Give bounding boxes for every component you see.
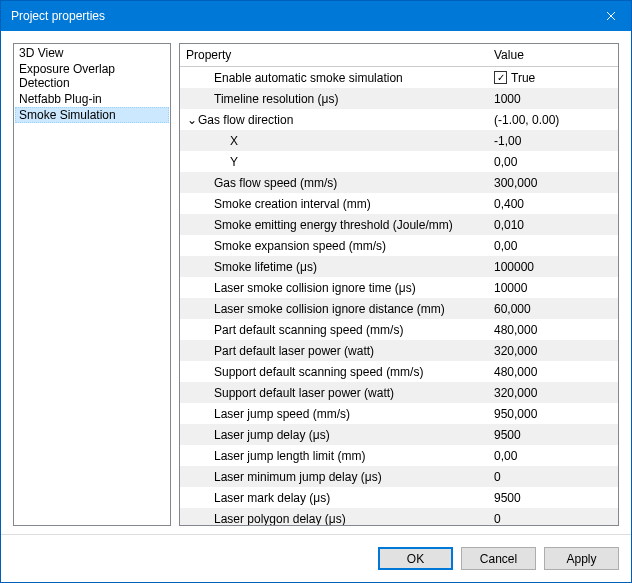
property-row[interactable]: ⌄Gas flow direction(-1.00, 0.00)	[180, 109, 618, 130]
value-cell[interactable]: 480,000	[488, 365, 618, 379]
value-text: 320,000	[494, 344, 537, 358]
property-cell: Laser jump speed (mm/s)	[180, 407, 488, 421]
property-row[interactable]: Y0,00	[180, 151, 618, 172]
sidebar-item[interactable]: Netfabb Plug-in	[15, 91, 169, 107]
property-row[interactable]: Laser jump speed (mm/s)950,000	[180, 403, 618, 424]
checkbox[interactable]: ✓	[494, 71, 507, 84]
property-label: Laser jump delay (μs)	[214, 428, 330, 442]
value-cell[interactable]: ✓True	[488, 71, 618, 85]
value-cell[interactable]: 0,400	[488, 197, 618, 211]
property-cell: Laser mark delay (μs)	[180, 491, 488, 505]
property-grid: Property Value Enable automatic smoke si…	[179, 43, 619, 526]
property-label: Smoke lifetime (μs)	[214, 260, 317, 274]
value-text: True	[511, 71, 535, 85]
value-cell[interactable]: 1000	[488, 92, 618, 106]
value-cell[interactable]: 300,000	[488, 176, 618, 190]
property-row[interactable]: Laser smoke collision ignore distance (m…	[180, 298, 618, 319]
value-cell[interactable]: 10000	[488, 281, 618, 295]
sidebar-item[interactable]: Exposure Overlap Detection	[15, 61, 169, 91]
property-row[interactable]: Laser mark delay (μs)9500	[180, 487, 618, 508]
value-cell[interactable]: -1,00	[488, 134, 618, 148]
value-cell[interactable]: 0	[488, 470, 618, 484]
property-row[interactable]: Smoke creation interval (mm)0,400	[180, 193, 618, 214]
value-text: 0	[494, 512, 501, 526]
property-row[interactable]: Smoke emitting energy threshold (Joule/m…	[180, 214, 618, 235]
property-row[interactable]: Gas flow speed (mm/s)300,000	[180, 172, 618, 193]
dialog-content: 3D ViewExposure Overlap DetectionNetfabb…	[1, 31, 631, 526]
value-cell[interactable]: 950,000	[488, 407, 618, 421]
close-button[interactable]	[591, 1, 631, 31]
value-cell[interactable]: 480,000	[488, 323, 618, 337]
value-text: 0,010	[494, 218, 524, 232]
value-cell[interactable]: 0,00	[488, 239, 618, 253]
property-label: Part default laser power (watt)	[214, 344, 374, 358]
property-cell: Part default scanning speed (mm/s)	[180, 323, 488, 337]
value-text: 0	[494, 470, 501, 484]
sidebar-item[interactable]: 3D View	[15, 45, 169, 61]
value-text: 0,00	[494, 449, 517, 463]
property-cell: Support default scanning speed (mm/s)	[180, 365, 488, 379]
property-row[interactable]: Part default laser power (watt)320,000	[180, 340, 618, 361]
value-cell[interactable]: 0,00	[488, 449, 618, 463]
property-row[interactable]: Smoke lifetime (μs)100000	[180, 256, 618, 277]
titlebar: Project properties	[1, 1, 631, 31]
property-cell: Laser smoke collision ignore time (μs)	[180, 281, 488, 295]
value-cell[interactable]: 9500	[488, 491, 618, 505]
value-cell[interactable]: 0	[488, 512, 618, 526]
property-cell: Gas flow speed (mm/s)	[180, 176, 488, 190]
property-row[interactable]: Support default laser power (watt)320,00…	[180, 382, 618, 403]
header-value[interactable]: Value	[488, 44, 618, 66]
value-cell[interactable]: (-1.00, 0.00)	[488, 113, 618, 127]
property-label: Laser minimum jump delay (μs)	[214, 470, 382, 484]
property-label: Smoke creation interval (mm)	[214, 197, 371, 211]
value-cell[interactable]: 0,00	[488, 155, 618, 169]
window-title: Project properties	[11, 9, 591, 23]
value-cell[interactable]: 0,010	[488, 218, 618, 232]
property-cell: Smoke emitting energy threshold (Joule/m…	[180, 218, 488, 232]
value-text: 9500	[494, 428, 521, 442]
property-row[interactable]: Laser jump delay (μs)9500	[180, 424, 618, 445]
property-cell: Laser polygon delay (μs)	[180, 512, 488, 526]
apply-button[interactable]: Apply	[544, 547, 619, 570]
property-label: Laser smoke collision ignore time (μs)	[214, 281, 416, 295]
property-row[interactable]: Smoke expansion speed (mm/s)0,00	[180, 235, 618, 256]
property-row[interactable]: Laser polygon delay (μs)0	[180, 508, 618, 525]
property-row[interactable]: Laser minimum jump delay (μs)0	[180, 466, 618, 487]
value-text: 0,400	[494, 197, 524, 211]
property-row[interactable]: Laser smoke collision ignore time (μs)10…	[180, 277, 618, 298]
ok-button[interactable]: OK	[378, 547, 453, 570]
property-cell: Laser minimum jump delay (μs)	[180, 470, 488, 484]
property-row[interactable]: X-1,00	[180, 130, 618, 151]
property-row[interactable]: Enable automatic smoke simulation✓True	[180, 67, 618, 88]
property-cell: Laser jump length limit (mm)	[180, 449, 488, 463]
value-cell[interactable]: 100000	[488, 260, 618, 274]
sidebar-item[interactable]: Smoke Simulation	[15, 107, 169, 123]
value-text: 60,000	[494, 302, 531, 316]
property-row[interactable]: Timeline resolution (μs)1000	[180, 88, 618, 109]
header-property[interactable]: Property	[180, 44, 488, 66]
close-icon	[606, 11, 616, 21]
value-text: 100000	[494, 260, 534, 274]
value-cell[interactable]: 320,000	[488, 386, 618, 400]
property-row[interactable]: Support default scanning speed (mm/s)480…	[180, 361, 618, 382]
property-cell: Part default laser power (watt)	[180, 344, 488, 358]
property-label: Smoke emitting energy threshold (Joule/m…	[214, 218, 453, 232]
property-cell: Enable automatic smoke simulation	[180, 71, 488, 85]
value-cell[interactable]: 60,000	[488, 302, 618, 316]
property-label: Laser smoke collision ignore distance (m…	[214, 302, 445, 316]
value-text: (-1.00, 0.00)	[494, 113, 559, 127]
value-text: 950,000	[494, 407, 537, 421]
value-cell[interactable]: 320,000	[488, 344, 618, 358]
value-text: 0,00	[494, 239, 517, 253]
value-cell[interactable]: 9500	[488, 428, 618, 442]
value-text: 1000	[494, 92, 521, 106]
cancel-button[interactable]: Cancel	[461, 547, 536, 570]
grid-rows: Enable automatic smoke simulation✓TrueTi…	[180, 67, 618, 525]
property-cell: Support default laser power (watt)	[180, 386, 488, 400]
property-cell: Smoke expansion speed (mm/s)	[180, 239, 488, 253]
property-row[interactable]: Laser jump length limit (mm)0,00	[180, 445, 618, 466]
value-text: -1,00	[494, 134, 521, 148]
expand-caret-icon[interactable]: ⌄	[186, 113, 198, 127]
property-cell: ⌄Gas flow direction	[180, 113, 488, 127]
property-row[interactable]: Part default scanning speed (mm/s)480,00…	[180, 319, 618, 340]
